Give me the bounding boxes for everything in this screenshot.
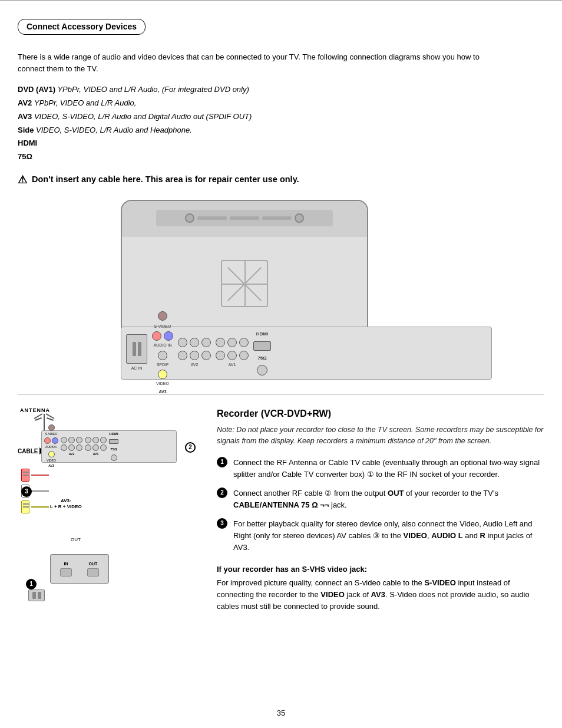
page-number: 35 xyxy=(0,707,562,719)
av2-bc-label: AV2 xyxy=(191,362,199,368)
side-desc: VIDEO, S-VIDEO, L/R Audio and Headphone. xyxy=(34,126,191,134)
dvd-label: DVD (AV1) xyxy=(18,85,55,94)
av2-port-6 xyxy=(201,351,211,360)
section-header: Connect Accessory Devices xyxy=(18,19,146,35)
coax-port xyxy=(257,365,267,375)
hdmi-ohm-section: HDMI 75Ω xyxy=(253,331,271,375)
left-diagram: ANTENNA CABLE xyxy=(18,407,200,660)
av3-desc: VIDEO, S-VIDEO, L/R Audio and Digital Au… xyxy=(32,112,252,121)
av3-bc-section: S-VIDEO AUDIO IN SPDIF VIDEO AV3 xyxy=(152,311,173,396)
av3-spdif xyxy=(158,351,167,360)
av3-video xyxy=(158,370,167,379)
side-label: Side xyxy=(18,126,34,134)
av2-label: AV2 xyxy=(18,98,32,107)
bottom-section: ANTENNA CABLE xyxy=(18,407,544,660)
step-1: 1 Connect the RF Antenna or Cable TV cab… xyxy=(217,457,544,480)
recorder-title: Recorder (VCR-DVD+RW) xyxy=(217,407,544,421)
mini-hdmi: HDMI 75Ω xyxy=(109,431,118,461)
step-3-num: 3 xyxy=(217,518,227,529)
warning-text: Don't insert any cable here. This area i… xyxy=(32,173,299,186)
av1-port-2 xyxy=(227,338,237,347)
step-3: 3 For better playback quality for stereo… xyxy=(217,518,544,554)
av3-svideo-port xyxy=(158,311,167,321)
svhs-section: If your recorder has an S-VHS video jack… xyxy=(217,564,544,613)
right-text: Recorder (VCR-DVD+RW) Note: Do not place… xyxy=(217,407,544,660)
top-line xyxy=(0,0,562,1)
av3-audio-r xyxy=(164,331,173,341)
out2-label: OUT xyxy=(89,561,98,568)
av3-audio-l xyxy=(152,331,161,341)
out-diagram-label: OUT xyxy=(71,536,81,543)
tv-back-top xyxy=(122,201,367,236)
av1-port-4 xyxy=(216,351,225,360)
device-list: DVD (AV1) YPbPr, VIDEO and L/R Audio, (F… xyxy=(18,83,544,164)
in-label: IN xyxy=(64,561,68,568)
mini-connector-bar: S-VIDEO AUDIO L VIDEO AV3 xyxy=(41,430,177,463)
tv-back-illustration: C OD AV OD AV S-VIDEO xyxy=(121,200,368,330)
av1-port-3 xyxy=(239,338,249,347)
hdmi-label: HDMI xyxy=(18,139,37,147)
ohm-label: 75Ω xyxy=(18,152,32,161)
warning-icon: ⚠ xyxy=(18,172,27,188)
mini-av2: AV2 xyxy=(61,437,82,457)
av2-port-2 xyxy=(190,338,199,347)
section-divider xyxy=(18,394,544,395)
bottom-connector-bar: AC IN S-VIDEO AUDIO IN SPDIF xyxy=(121,327,492,380)
ohm-bc-label: 75Ω xyxy=(257,355,266,362)
recorder-box: IN OUT xyxy=(50,554,109,584)
step-3-text: For better playback quality for stereo d… xyxy=(233,518,544,554)
svhs-title: If your recorder has an S-VHS video jack… xyxy=(217,564,544,575)
av1-bc-section: AV1 xyxy=(216,338,249,368)
svhs-text: For improved picture quality, connect an… xyxy=(217,577,544,612)
step-1-num: 1 xyxy=(217,457,227,467)
mini-av3: S-VIDEO AUDIO L VIDEO AV3 xyxy=(44,424,58,469)
av2-bc-section: AV2 xyxy=(178,338,211,368)
av2-port-1 xyxy=(178,338,187,347)
side-connector-strip: C OD AV OD AV S-VIDEO xyxy=(367,201,368,330)
top-diagram-area: C OD AV OD AV S-VIDEO xyxy=(18,194,544,383)
intro-text: There is a wide range of audio and video… xyxy=(18,51,501,75)
av1-port-1 xyxy=(216,338,225,347)
steps-list: 1 Connect the RF Antenna or Cable TV cab… xyxy=(217,457,544,554)
av2-port-4 xyxy=(178,351,187,360)
av1-port-6 xyxy=(239,351,249,360)
badge-2: 2 xyxy=(185,442,196,453)
page: Connect Accessory Devices There is a wid… xyxy=(0,0,562,728)
av1-bc-label: AV1 xyxy=(229,362,236,368)
step-2-text: Connect another RF cable ② from the outp… xyxy=(233,487,544,511)
dvd-desc: YPbPr, VIDEO and L/R Audio, (For integra… xyxy=(55,85,249,94)
av2-port-3 xyxy=(201,338,211,347)
av2-desc: YPbPr, VIDEO and L/R Audio, xyxy=(32,98,136,107)
bottom-plug xyxy=(28,589,45,601)
av3-diagram-label: AV3: L + R + VIDEO xyxy=(50,498,82,510)
av1-port-5 xyxy=(227,351,237,360)
badge-1: 1 xyxy=(26,579,37,589)
step-2: 2 Connect another RF cable ② from the ou… xyxy=(217,487,544,511)
av3-label: AV3 xyxy=(18,112,32,121)
av2-port-5 xyxy=(190,351,199,360)
ac-in-section: AC IN xyxy=(126,334,147,372)
ac-in-label: AC IN xyxy=(131,365,143,372)
step-2-num: 2 xyxy=(217,487,227,498)
mini-av1: AV1 xyxy=(85,437,107,457)
cable-label: CABLE xyxy=(18,447,44,456)
badge-3: 3 xyxy=(21,486,32,497)
hdmi-port xyxy=(253,341,271,351)
warning-line: ⚠ Don't insert any cable here. This area… xyxy=(18,172,544,188)
recorder-note: Note: Do not place your recorder too clo… xyxy=(217,424,544,447)
step-1-text: Connect the RF Antenna or Cable TV cable… xyxy=(233,457,544,480)
hdmi-bc-label: HDMI xyxy=(256,331,268,338)
